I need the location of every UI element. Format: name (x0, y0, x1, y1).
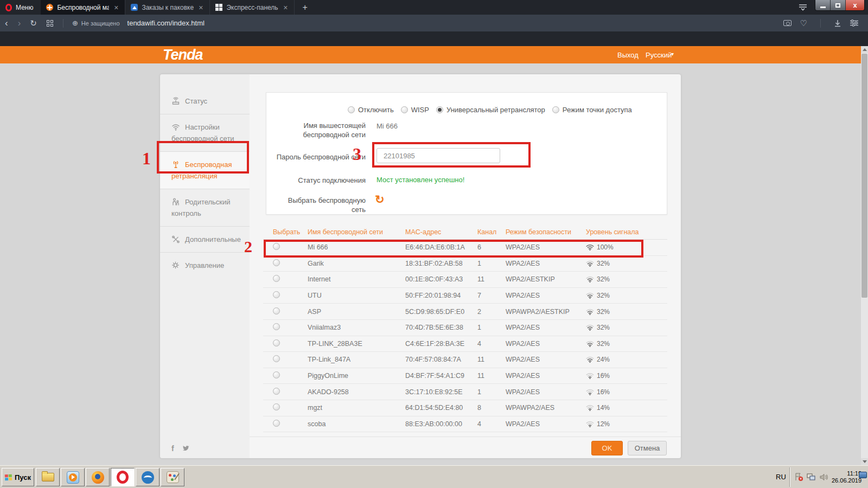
opera-menu-button[interactable]: Меню (0, 0, 41, 15)
scroll-up-arrow[interactable] (861, 46, 868, 53)
maximize-button[interactable] (831, 0, 846, 10)
network-select-radio[interactable] (273, 420, 280, 427)
sidebar-item-parental-control[interactable]: Родительский контроль (160, 189, 250, 226)
action-center-flag-icon[interactable] (794, 473, 803, 481)
select-network-label: Выбрать беспроводную сеть (275, 196, 366, 214)
volume-speaker-icon[interactable] (819, 473, 828, 481)
speed-dial-favicon (215, 4, 222, 11)
network-row[interactable]: ASP 5C:D9:98:65:DF:E0 2 WPAWPA2/AESTKIP … (263, 304, 667, 320)
network-row[interactable]: Mi 666 E6:46:DA:E6:0B:1A 6 WPA2/AES 100% (263, 240, 667, 256)
page-scrollbar[interactable] (861, 46, 868, 465)
quick-launch-opera-active[interactable] (111, 468, 135, 486)
show-desktop-icon[interactable] (859, 472, 867, 478)
mode-option[interactable]: WISP (401, 106, 429, 114)
tab-router-admin[interactable]: Беспроводной маршрутизат × (41, 0, 125, 15)
tab-close-icon[interactable]: × (282, 4, 289, 11)
refresh-scan-icon[interactable]: ↻ (375, 194, 385, 205)
mode-radio[interactable] (401, 106, 408, 113)
quick-launch-paint[interactable] (161, 468, 184, 486)
quick-launch-openoffice[interactable] (136, 468, 159, 486)
tab-tiling-icon[interactable] (47, 20, 53, 27)
mode-radio[interactable] (436, 106, 443, 113)
taskbar-clock[interactable]: 11:19 26.06.2019 (832, 470, 863, 484)
network-table: Выбрать Имя беспроводной сети MAC-адрес … (263, 225, 667, 432)
taskbar: Пуск RU 11:19 26.06.2019 (0, 465, 868, 488)
scrollbar-thumb[interactable] (861, 54, 867, 298)
tab-close-icon[interactable]: × (197, 4, 204, 11)
twitter-icon[interactable] (182, 445, 189, 452)
address-url[interactable]: tendawifi.com/index.html (127, 19, 205, 27)
mode-option[interactable]: Режим точки доступа (552, 106, 632, 114)
network-select-radio[interactable] (273, 259, 280, 266)
connection-status-value: Мост установлен успешно! (376, 176, 464, 184)
tune-settings-icon[interactable] (850, 20, 858, 27)
sidebar-item-wireless-settings[interactable]: Настройки беспроводной сети (160, 114, 250, 151)
network-select-radio[interactable] (273, 307, 280, 314)
network-row[interactable]: TP-Link_847A 70:4F:57:08:84:7A 11 WPA2/A… (263, 352, 667, 368)
start-button[interactable]: Пуск (2, 468, 34, 486)
parental-control-icon (171, 198, 180, 206)
network-row[interactable]: TP-LINK_28BA3E C4:6E:1F:28:BA:3E 4 WPA2/… (263, 336, 667, 352)
network-security: WPA2/AES (506, 243, 586, 251)
easy-setup-icon[interactable] (799, 4, 807, 11)
mode-option[interactable]: Универсальный ретранслятор (436, 106, 545, 114)
network-select-radio[interactable] (273, 355, 280, 362)
network-select-radio[interactable] (273, 403, 280, 410)
network-status-icon[interactable] (807, 473, 816, 481)
download-icon[interactable] (834, 20, 841, 27)
header-signal: Уровень сигнала (586, 228, 667, 236)
toolbar-separator (63, 19, 63, 28)
cancel-button[interactable]: Отмена (628, 441, 667, 455)
network-select-radio[interactable] (273, 243, 280, 250)
close-button[interactable]: x (846, 0, 864, 10)
password-input[interactable] (376, 148, 500, 163)
mode-radio[interactable] (348, 106, 355, 113)
network-signal: 32% (597, 308, 610, 316)
facebook-icon[interactable]: f (171, 444, 174, 453)
snapshot-camera-icon[interactable] (783, 20, 792, 26)
minimize-button[interactable] (815, 0, 831, 10)
mode-option[interactable]: Отключить (348, 106, 394, 114)
opera-icon (117, 471, 129, 484)
sidebar-item-status-router[interactable]: Статус (160, 88, 250, 114)
forward-icon[interactable]: › (13, 18, 26, 29)
mode-radio[interactable] (552, 106, 559, 113)
network-signal: 32% (597, 292, 610, 299)
language-dropdown[interactable]: Русский (646, 51, 672, 59)
network-row[interactable]: Garik 18:31:BF:02:AB:58 1 WPA2/AES 32% (263, 256, 667, 272)
site-info-globe-icon[interactable]: ⊕ (72, 19, 78, 27)
scroll-down-arrow[interactable] (861, 458, 868, 465)
network-row[interactable]: scoba 88:E3:AB:00:00:00 4 WPA2/AES 12% (263, 416, 667, 433)
paint-icon (167, 471, 179, 483)
network-row[interactable]: UTU 50:FF:20:01:98:94 7 WPA2/AES 32% (263, 288, 667, 304)
network-row[interactable]: Vniialmaz3 70:4D:7B:5E:6E:38 1 WPA2/AES … (263, 320, 667, 336)
bookmark-heart-icon[interactable]: ♡ (800, 18, 807, 28)
language-indicator[interactable]: RU (776, 473, 786, 481)
tab-orders[interactable]: Заказы к паковке × (125, 0, 210, 15)
back-icon[interactable]: ‹ (0, 18, 13, 29)
tab-speed-dial[interactable]: Экспресс-панель × (210, 0, 295, 15)
quick-launch-explorer[interactable] (36, 468, 60, 486)
logout-link[interactable]: Выход (617, 51, 639, 59)
sidebar-item-management-gear[interactable]: Управление (160, 252, 250, 278)
network-row[interactable]: PiggyOnLime D4:BF:7F:54:A1:C9 11 WPA2/AE… (263, 368, 667, 384)
network-select-radio[interactable] (273, 291, 280, 298)
network-row[interactable]: Internet 00:1E:8C:0F:43:A3 11 WPA2/AESTK… (263, 272, 667, 288)
network-select-radio[interactable] (273, 339, 280, 346)
sidebar-item-advanced-tools[interactable]: Дополнительные (160, 226, 250, 252)
new-tab-button[interactable]: + (295, 0, 315, 15)
network-select-radio[interactable] (273, 275, 280, 282)
network-row[interactable]: mgzt 64:D1:54:5D:E4:80 8 WPAWPA2/AES 14% (263, 400, 667, 416)
sidebar-item-wireless-repeater[interactable]: Беспроводная ретрансляция (160, 151, 250, 189)
ok-button[interactable]: OK (591, 441, 623, 455)
tab-close-icon[interactable]: × (113, 4, 119, 11)
quick-launch-firefox[interactable] (86, 468, 110, 486)
network-select-radio[interactable] (273, 323, 280, 330)
network-ssid: Garik (308, 260, 405, 267)
network-row[interactable]: AKADO-9258 3C:17:10:E8:92:5E 1 WPA2/AES … (263, 384, 667, 400)
quick-launch-media-player[interactable] (61, 468, 85, 486)
network-select-radio[interactable] (273, 388, 280, 395)
network-select-radio[interactable] (273, 371, 280, 378)
network-ssid: AKADO-9258 (308, 388, 405, 396)
reload-icon[interactable]: ↻ (25, 18, 41, 28)
